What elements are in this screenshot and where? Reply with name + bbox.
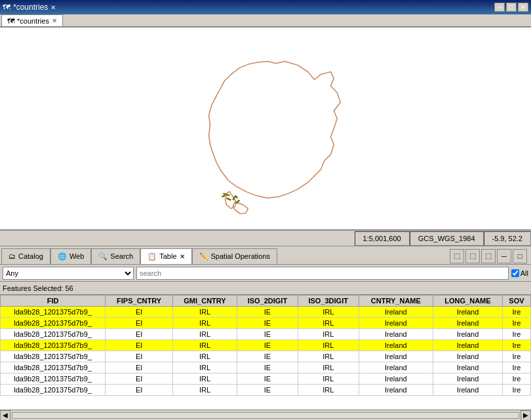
select2-icon-btn[interactable]: ⬚ <box>465 249 480 263</box>
tab-spatial[interactable]: ✏️ Spatial Operations <box>192 248 278 264</box>
table-cell: IRL <box>298 351 359 362</box>
all-checkbox[interactable] <box>511 269 519 277</box>
table-cell: lda9b28_1201375d7b9_ <box>1 362 106 373</box>
scroll-left-arrow[interactable]: ◀ <box>0 410 10 421</box>
table-cell: Ireland <box>359 329 433 340</box>
tab-table[interactable]: 📋 Table ✕ <box>140 248 191 264</box>
filter-select[interactable]: Any <box>3 267 134 280</box>
table-row[interactable]: lda9b28_1201375d7b9_EIIRLIEIRLIrelandIre… <box>1 340 531 351</box>
title-bar-title: *countries <box>13 3 48 12</box>
minimize-button[interactable]: ─ <box>494 3 505 12</box>
options-icon-btn[interactable]: ⬚ <box>481 249 496 263</box>
tab-web[interactable]: 🌐 Web <box>50 248 91 264</box>
bottom-scrollbar[interactable]: ◀ ▶ <box>0 410 531 420</box>
table-cell: lda9b28_1201375d7b9_ <box>1 329 106 340</box>
table-cell: Ireland <box>433 340 503 351</box>
table-cell: IRL <box>173 373 237 385</box>
table-row[interactable]: lda9b28_1201375d7b9_EIIRLIEIRLIrelandIre… <box>1 329 531 340</box>
col-fips: FIPS_CNTRY <box>106 296 173 307</box>
col-long: LONG_NAME <box>433 296 503 307</box>
table-cell: IE <box>237 351 298 362</box>
table-cell: lda9b28_1201375d7b9_ <box>1 318 106 329</box>
table-cell: EI <box>106 373 173 385</box>
table-close[interactable]: ✕ <box>180 253 185 260</box>
table-cell: EI <box>106 329 173 340</box>
table-cell: IRL <box>173 385 237 396</box>
table-cell: Ireland <box>359 373 433 385</box>
table-cell: IRL <box>298 362 359 373</box>
all-label: All <box>521 269 528 277</box>
table-cell: Ireland <box>359 318 433 329</box>
table-icon: 📋 <box>148 252 157 261</box>
table-row[interactable]: lda9b28_1201375d7b9_EIIRLIEIRLIrelandIre… <box>1 385 531 396</box>
table-row[interactable]: lda9b28_1201375d7b9_EIIRLIEIRLIrelandIre… <box>1 373 531 385</box>
table-row[interactable]: lda9b28_1201375d7b9_EIIRLIEIRLIrelandIre… <box>1 362 531 373</box>
title-bar-left: 🗺 *countries ✕ <box>3 3 56 12</box>
table-cell: EI <box>106 307 173 318</box>
catalog-label: Catalog <box>18 252 43 260</box>
col-gmi: GMI_CNTRY <box>173 296 237 307</box>
table-cell: IRL <box>173 307 237 318</box>
table-cell: lda9b28_1201375d7b9_ <box>1 373 106 385</box>
map-tab-label: *countries <box>17 17 49 25</box>
spatial-label: Spatial Operations <box>211 252 271 260</box>
maximize-button[interactable]: □ <box>506 3 517 12</box>
coordinates-segment: -5.9, 52.2 <box>484 231 531 246</box>
table-row[interactable]: lda9b28_1201375d7b9_EIIRLIEIRLIrelandIre… <box>1 307 531 318</box>
table-cell: IRL <box>173 329 237 340</box>
table-cell: Ireland <box>359 307 433 318</box>
table-cell: Ireland <box>433 351 503 362</box>
maximize-table-btn[interactable]: □ <box>513 249 527 263</box>
table-row[interactable]: lda9b28_1201375d7b9_EIIRLIEIRLIrelandIre… <box>1 351 531 362</box>
map-area[interactable] <box>0 28 531 231</box>
table-row[interactable]: lda9b28_1201375d7b9_EIIRLIEIRLIrelandIre… <box>1 318 531 329</box>
map-tab-close[interactable]: ✕ <box>52 17 57 24</box>
map-tab-icon: 🗺 <box>7 17 14 25</box>
select-icon-btn[interactable]: ⬚ <box>450 249 464 263</box>
scroll-right-arrow[interactable]: ▶ <box>521 410 531 421</box>
map-svg <box>0 28 531 229</box>
table-cell: Ireland <box>359 385 433 396</box>
spatial-icon: ✏️ <box>199 252 208 261</box>
table-cell: IRL <box>298 373 359 385</box>
table-cell: IRL <box>173 362 237 373</box>
search-input[interactable] <box>136 267 509 280</box>
tab-catalog[interactable]: 🗂 Catalog <box>1 248 50 264</box>
minimize-table-btn[interactable]: ─ <box>497 249 511 263</box>
tab-search[interactable]: 🔍 Search <box>91 248 140 264</box>
table-cell: IE <box>237 373 298 385</box>
table-cell: lda9b28_1201375d7b9_ <box>1 385 106 396</box>
table-cell: Ire <box>502 307 530 318</box>
table-cell: IE <box>237 385 298 396</box>
col-iso2: ISO_2DIGIT <box>237 296 298 307</box>
table-cell: Ireland <box>433 362 503 373</box>
table-cell: Ireland <box>433 307 503 318</box>
catalog-icon: 🗂 <box>9 252 16 260</box>
table-cell: EI <box>106 340 173 351</box>
projection-segment: GCS_WGS_1984 <box>410 231 484 246</box>
attribute-table: FID FIPS_CNTRY GMI_CNTRY ISO_2DIGIT ISO_… <box>0 295 531 396</box>
col-iso3: ISO_3DIGIT <box>298 296 359 307</box>
table-cell: Ireland <box>433 329 503 340</box>
table-cell: Ire <box>502 340 530 351</box>
table-cell: lda9b28_1201375d7b9_ <box>1 351 106 362</box>
table-cell: Ireland <box>359 340 433 351</box>
table-cell: IE <box>237 318 298 329</box>
table-container[interactable]: FID FIPS_CNTRY GMI_CNTRY ISO_2DIGIT ISO_… <box>0 295 531 410</box>
table-header-row: FID FIPS_CNTRY GMI_CNTRY ISO_2DIGIT ISO_… <box>1 296 531 307</box>
title-tab-close[interactable]: ✕ <box>50 4 56 11</box>
table-cell: Ire <box>502 329 530 340</box>
table-cell: IRL <box>298 307 359 318</box>
filter-row: Any All <box>0 265 531 282</box>
table-cell: Ire <box>502 362 530 373</box>
col-cntry: CNTRY_NAME <box>359 296 433 307</box>
table-cell: EI <box>106 362 173 373</box>
map-tab[interactable]: 🗺 *countries ✕ <box>1 14 63 26</box>
close-button[interactable]: ✕ <box>518 3 528 12</box>
features-selected-row: Features Selected: 56 <box>0 282 531 295</box>
table-cell: lda9b28_1201375d7b9_ <box>1 307 106 318</box>
scroll-track[interactable] <box>12 412 519 419</box>
toolbar-tabs: 🗂 Catalog 🌐 Web 🔍 Search 📋 Table ✕ ✏️ Sp… <box>0 246 531 265</box>
table-cell: lda9b28_1201375d7b9_ <box>1 340 106 351</box>
toolbar-right-icons: ⬚ ⬚ ⬚ ─ □ <box>450 249 530 263</box>
